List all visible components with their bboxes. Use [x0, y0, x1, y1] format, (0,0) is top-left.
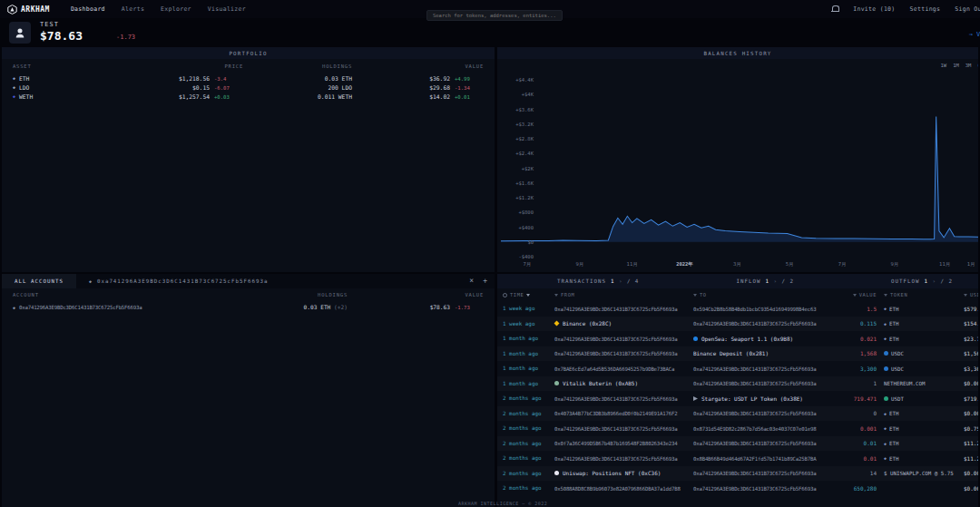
tx-time[interactable]: 1 month ago — [503, 351, 554, 356]
tx-time[interactable]: 2 months ago — [503, 485, 554, 491]
next-page-icon[interactable]: › — [773, 278, 778, 284]
next-page-icon[interactable]: › — [933, 278, 937, 284]
tab-all-accounts[interactable]: ALL ACCOUNTS — [2, 274, 76, 288]
tx-to[interactable]: 0xa741296A3E9BDc3D6C1431B73C6725cFb5F669… — [693, 380, 831, 386]
tx-from[interactable]: 0xa741296A3E9BDc3D6C1431B73C6725cFb5F669… — [554, 336, 693, 342]
tx-to[interactable]: 0x8731d54E9D82c2867b7d56ac03e4037C07e01e… — [693, 425, 831, 432]
tx-token[interactable]: ◆ETH — [884, 455, 964, 462]
portfolio-row[interactable]: ◆WETH$1,257.54+0.030.011 WETH$14.02+0.01 — [2, 92, 495, 101]
account-row[interactable]: ◆0xa741296A3E9BDc3D6C1431B73C6725cFb5F66… — [2, 301, 495, 313]
transaction-row[interactable]: 2 months ago0xa741296A3E9BDc3D6C1431B73C… — [497, 451, 978, 466]
tx-to[interactable]: 0xa741296A3E9BDc3D6C1431B73C6725cFb5F669… — [693, 410, 831, 416]
col-from[interactable]: FROM — [554, 292, 693, 297]
tx-time[interactable]: 2 months ago — [503, 411, 554, 416]
tx-to[interactable]: Binance Deposit (0x281) — [693, 350, 831, 356]
tx-time[interactable]: 1 week ago — [503, 321, 554, 327]
transaction-row[interactable]: 1 week ago0xa741296A3E9BDc3D6C1431B73C67… — [497, 301, 978, 317]
range-button-6m[interactable]: 6M — [977, 63, 978, 68]
transaction-row[interactable]: 2 months ago0x0f7a36C499D5B67b4B7b169548… — [497, 436, 978, 452]
account-address[interactable]: ◆0xa741296A3E9BDc3D6C1431B73C6725cFb5F66… — [13, 304, 166, 310]
tx-to[interactable]: 0xa741296A3E9BDc3D6C1431B73C6725cFb5F669… — [693, 320, 831, 327]
tx-from[interactable]: 0xa741296A3E9BDc3D6C1431B73C6725cFb5F669… — [554, 350, 693, 356]
add-tab-icon[interactable]: + — [483, 278, 487, 285]
transaction-row[interactable]: 1 month ago0xa741296A3E9BDc3D6C1431B73C6… — [497, 331, 978, 346]
tx-to[interactable]: 0x8B4B66B49d464d67A2F1fd57b1741b89Ca25B7… — [693, 455, 831, 462]
portfolio-row[interactable]: ◆ETH$1,218.56-3.40.03 ETH$36.92+4.99 — [2, 73, 495, 83]
col-holdings[interactable]: HOLDINGS — [243, 63, 352, 69]
next-page-icon[interactable]: › — [619, 278, 623, 284]
tx-from[interactable]: 0x0f7a36C499D5B67b4B7b169548F2B8026343e2… — [554, 440, 693, 446]
tx-time[interactable]: 1 month ago — [503, 381, 554, 386]
outflow-pagination[interactable]: 1 › / 2 — [925, 278, 953, 284]
tx-token[interactable]: ◆ETH — [884, 306, 964, 312]
range-button-3m[interactable]: 3M — [965, 63, 972, 68]
tx-from[interactable]: Vitalik Buterin (0xAB5) — [554, 380, 693, 386]
col-usd[interactable]: USD — [964, 292, 978, 297]
tx-token[interactable]: ◆ETH — [884, 440, 964, 446]
col-asset[interactable]: ASSET — [13, 63, 84, 69]
transaction-row[interactable]: 1 month agoVitalik Buterin (0xAB5)0xa741… — [497, 376, 978, 392]
col-holdings[interactable]: HOLDINGS — [166, 292, 348, 297]
col-time[interactable]: TIME — [503, 292, 554, 297]
arkham-logo[interactable]: ARKHAM — [7, 5, 50, 15]
nav-item-alerts[interactable]: Alerts — [122, 5, 144, 13]
tx-token[interactable]: USDC — [884, 350, 964, 356]
portfolio-row[interactable]: ◆LDO$0.15-6.07200 LDO$29.68-1.34 — [2, 83, 495, 92]
notifications-bell-icon[interactable] — [831, 5, 838, 14]
signout-button[interactable]: Sign Out — [955, 5, 980, 13]
tx-to[interactable]: 0xa741296A3E9BDc3D6C1431B73C6725cFb5F669… — [693, 470, 831, 476]
inflow-pagination[interactable]: 1 › / 2 — [765, 278, 793, 284]
tx-to[interactable]: 0xa741296A3E9BDc3D6C1431B73C6725cFb5F669… — [693, 485, 831, 492]
tx-token[interactable]: ◆ETH — [884, 320, 964, 327]
col-value[interactable]: VALUE — [352, 63, 484, 69]
tx-from[interactable]: 0x4073A4B77bC3DB3b8966edD0f0b2149E91A176… — [554, 410, 693, 416]
tx-to[interactable]: OpenSea: Seaport 1.1 (0x9B8) — [693, 336, 831, 342]
tx-time[interactable]: 2 months ago — [503, 455, 554, 461]
range-button-1w[interactable]: 1W — [941, 63, 947, 68]
nav-item-dashboard[interactable]: Dashboard — [71, 5, 105, 13]
balances-chart[interactable]: +$4.4K+$4K+$3.6K+$3.2K+$2.8K+$2.4K+$2K+$… — [501, 60, 978, 259]
tx-token[interactable]: $ UNISWAPLP.COM @ 5.75 — [884, 470, 964, 476]
transactions-pagination[interactable]: 1 › / 4 — [611, 278, 639, 284]
search-input[interactable] — [426, 10, 563, 21]
transaction-row[interactable]: 1 month ago0xa741296A3E9BDc3D6C1431B73C6… — [497, 346, 978, 362]
tx-to[interactable]: 0x594Cb2B8b58B4Bdb1bcbC9354d16949998B4ec… — [693, 306, 831, 312]
nav-item-visualizer[interactable]: Visualizer — [208, 5, 246, 13]
col-account[interactable]: ACCOUNT — [13, 292, 166, 297]
transaction-row[interactable]: 1 month ago0x7BAE6cEd7a64d5B536DA6694525… — [497, 361, 978, 376]
visualize-button[interactable]: → Visualize — [969, 31, 980, 38]
tx-from[interactable]: 0xa741296A3E9BDc3D6C1431B73C6725cFb5F669… — [554, 455, 693, 462]
tx-token[interactable]: ◆ETH — [884, 410, 964, 416]
col-to[interactable]: TO — [693, 292, 831, 297]
tx-time[interactable]: 2 months ago — [503, 471, 554, 476]
tx-time[interactable]: 1 month ago — [503, 336, 554, 341]
tx-token[interactable]: ◆ETH — [884, 425, 964, 432]
tab-address[interactable]: ◆ 0xa741296A3E9BDc3D6C1431B73C6725cFb5F6… — [76, 274, 281, 288]
settings-button[interactable]: Settings — [910, 5, 941, 13]
tx-to[interactable]: 0xa741296A3E9BDc3D6C1431B73C6725cFb5F669… — [693, 366, 831, 372]
tx-from[interactable]: 0xa741296A3E9BDc3D6C1431B73C6725cFb5F669… — [554, 306, 693, 312]
tx-from[interactable]: 0xa741296A3E9BDc3D6C1431B73C6725cFb5F669… — [554, 395, 693, 402]
col-value[interactable]: VALUE — [348, 292, 484, 297]
tx-token[interactable]: USDT — [884, 395, 964, 402]
invite-button[interactable]: Invite (10) — [853, 5, 895, 13]
transaction-row[interactable]: 2 months ago0x5088A8D8C8B9b96073e82A0796… — [497, 481, 978, 496]
tx-time[interactable]: 1 week ago — [503, 306, 554, 311]
nav-item-explorer[interactable]: Explorer — [161, 5, 191, 13]
transaction-row[interactable]: 2 months ago0xa741296A3E9BDc3D6C1431B73C… — [497, 391, 978, 406]
tx-token[interactable]: USDC — [884, 366, 964, 372]
close-tab-icon[interactable]: × — [469, 278, 474, 285]
tx-token[interactable]: ◆ETH — [884, 336, 964, 342]
tx-time[interactable]: 2 months ago — [503, 425, 554, 431]
tx-token[interactable]: NETHEREUM.COM — [884, 380, 964, 386]
tx-from[interactable]: Binance (0x28C) — [554, 320, 693, 327]
transaction-row[interactable]: 2 months ago0xa741296A3E9BDc3D6C1431B73C… — [497, 421, 978, 436]
tx-to[interactable]: Stargate: USDT LP Token (0x38E) — [693, 395, 831, 402]
tx-time[interactable]: 1 month ago — [503, 366, 554, 371]
tx-from[interactable]: 0x7BAE6cEd7a64d5B536DA66945257b9DBe73BAC… — [554, 366, 693, 372]
tx-from[interactable]: 0x5088A8D8C8B9b96073e82A0796866DBA37a1dd… — [554, 485, 693, 492]
tx-time[interactable]: 2 months ago — [503, 441, 554, 446]
transaction-row[interactable]: 2 months agoUniswap: Positions NFT (0xC3… — [497, 466, 978, 482]
tx-from[interactable]: Uniswap: Positions NFT (0xC36) — [554, 470, 693, 476]
tx-from[interactable]: 0xa741296A3E9BDc3D6C1431B73C6725cFb5F669… — [554, 425, 693, 432]
